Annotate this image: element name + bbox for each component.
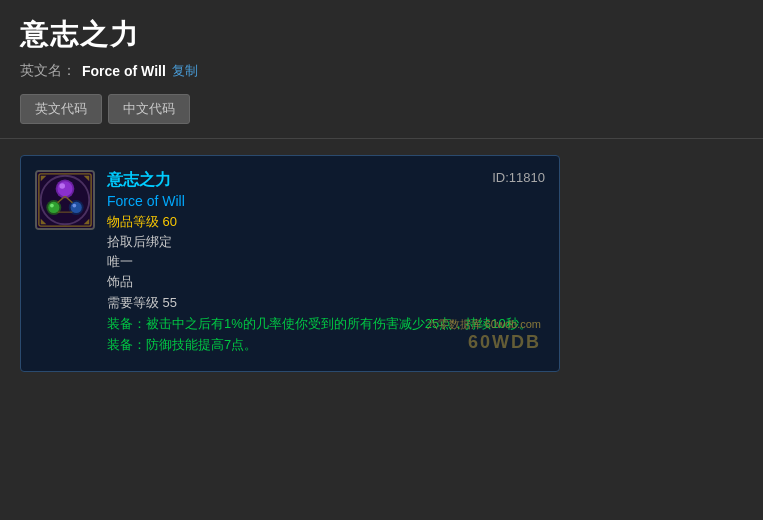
page-container: 意志之力 英文名： Force of Will 复制 英文代码 中文代码 bbox=[0, 0, 763, 520]
item-card: 意志之力 ID:11810 Force of Will 物品等级 60 拾取后绑… bbox=[20, 155, 560, 372]
english-name-label: 英文名： bbox=[20, 62, 76, 80]
english-name-value: Force of Will bbox=[82, 63, 166, 79]
chinese-code-button[interactable]: 中文代码 bbox=[108, 94, 190, 124]
header-section: 意志之力 英文名： Force of Will 复制 英文代码 中文代码 bbox=[0, 0, 763, 138]
item-details: 意志之力 ID:11810 Force of Will 物品等级 60 拾取后绑… bbox=[107, 170, 545, 357]
button-row: 英文代码 中文代码 bbox=[20, 94, 743, 124]
svg-point-7 bbox=[48, 202, 59, 213]
item-level: 物品等级 60 bbox=[107, 213, 545, 231]
item-slot-text: 饰品 bbox=[107, 273, 545, 291]
item-section: 意志之力 ID:11810 Force of Will 物品等级 60 拾取后绑… bbox=[0, 155, 763, 372]
copy-button[interactable]: 复制 bbox=[172, 62, 198, 80]
watermark: 六零数据库 60wdb.com 60WDB bbox=[427, 317, 541, 352]
item-id: ID:11810 bbox=[492, 170, 545, 185]
item-required-level: 需要等级 55 bbox=[107, 294, 545, 312]
svg-point-4 bbox=[58, 181, 73, 196]
watermark-big: 60WDB bbox=[468, 332, 541, 352]
svg-point-11 bbox=[72, 204, 76, 208]
watermark-text: 六零数据库 60wdb.com bbox=[427, 317, 541, 331]
item-name-english: Force of Will bbox=[107, 193, 545, 209]
english-name-row: 英文名： Force of Will 复制 bbox=[20, 62, 743, 80]
section-divider bbox=[0, 138, 763, 139]
item-name-chinese: 意志之力 bbox=[107, 170, 545, 191]
svg-point-10 bbox=[71, 202, 82, 213]
item-icon bbox=[35, 170, 95, 230]
english-code-button[interactable]: 英文代码 bbox=[20, 94, 102, 124]
svg-point-5 bbox=[59, 183, 65, 189]
item-bind-text: 拾取后绑定 bbox=[107, 233, 545, 251]
page-title: 意志之力 bbox=[20, 16, 743, 54]
svg-point-8 bbox=[50, 204, 54, 208]
item-unique-text: 唯一 bbox=[107, 253, 545, 271]
